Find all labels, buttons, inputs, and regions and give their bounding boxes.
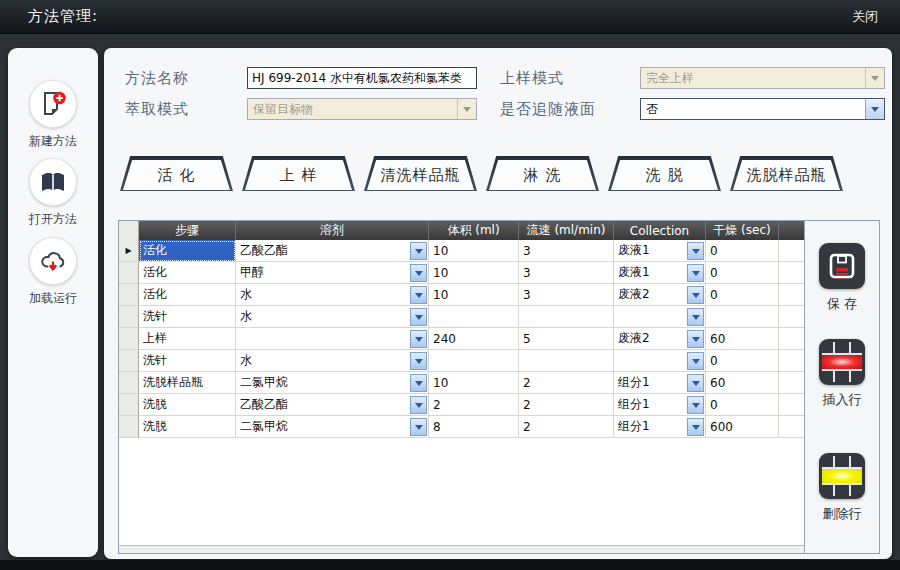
cell-collection[interactable] [614,306,706,328]
row-selector[interactable] [119,394,139,416]
cell-step[interactable]: 洗针 [139,350,236,372]
cell-speed[interactable]: 3 [519,284,614,306]
cell-solvent[interactable]: 水 [236,306,429,328]
cell-collection-text: 组分1 [618,374,650,391]
cell-volume[interactable]: 2 [429,394,519,416]
cell-solvent[interactable]: 水 [236,350,429,372]
row-selector[interactable] [119,416,139,438]
cell-volume[interactable] [429,306,519,328]
row-selector[interactable] [119,350,139,372]
cell-speed[interactable]: 2 [519,394,614,416]
cell-collection[interactable]: 废液1 [614,240,706,262]
cell-volume[interactable]: 8 [429,416,519,438]
dropdown-arrow-icon[interactable] [410,286,427,304]
cell-step[interactable]: 洗脱 [139,416,236,438]
row-selector[interactable] [119,328,139,350]
cell-dry[interactable]: 0 [706,350,779,372]
cell-solvent[interactable]: 二氯甲烷 [236,372,429,394]
row-selector[interactable]: ▶ [119,240,139,262]
cell-speed[interactable]: 2 [519,372,614,394]
cell-step[interactable]: 上样 [139,328,236,350]
dropdown-arrow-icon[interactable] [410,396,427,414]
dropdown-arrow-icon[interactable] [410,352,427,370]
dropdown-arrow-icon[interactable] [687,308,704,326]
cell-speed[interactable] [519,306,614,328]
dropdown-arrow-icon[interactable] [410,330,427,348]
cell-dry[interactable]: 0 [706,262,779,284]
cell-volume[interactable]: 10 [429,240,519,262]
dropdown-arrow-icon[interactable] [410,418,427,436]
cell-collection[interactable]: 废液2 [614,284,706,306]
dropdown-arrow-icon[interactable] [687,374,704,392]
cell-dry[interactable] [706,306,779,328]
row-selector[interactable] [119,284,139,306]
tab-step-4[interactable]: 淋 洗 [486,156,599,191]
action-button-delete-row[interactable]: 删除行 [819,453,865,523]
cell-volume[interactable]: 10 [429,372,519,394]
cell-step[interactable]: 活化 [139,262,236,284]
cell-speed[interactable]: 3 [519,240,614,262]
cell-dry[interactable]: 0 [706,240,779,262]
sidebar-button-open-method[interactable]: 打开方法 [8,158,98,228]
dropdown-arrow-icon[interactable] [687,330,704,348]
cell-step[interactable]: 活化 [139,240,236,262]
action-button-save[interactable]: 保 存 [819,243,865,313]
cell-speed[interactable]: 5 [519,328,614,350]
cell-volume[interactable]: 10 [429,262,519,284]
tab-step-5[interactable]: 洗 脱 [608,156,721,191]
cell-step[interactable]: 洗针 [139,306,236,328]
cell-volume[interactable] [429,350,519,372]
cell-solvent[interactable]: 乙酸乙酯 [236,240,429,262]
cell-speed[interactable]: 3 [519,262,614,284]
cell-volume[interactable]: 240 [429,328,519,350]
sidebar-button-load-run[interactable]: 加载运行 [8,237,98,307]
sidebar-button-new-method[interactable]: 新建方法 [8,80,98,150]
cell-solvent[interactable]: 甲醇 [236,262,429,284]
row-selector[interactable] [119,372,139,394]
tab-step-3[interactable]: 清洗样品瓶 [364,156,477,191]
cell-collection[interactable]: 组分1 [614,416,706,438]
cell-solvent[interactable] [236,328,429,350]
dropdown-arrow-icon[interactable] [687,418,704,436]
cell-dry[interactable]: 600 [706,416,779,438]
cell-step[interactable]: 洗脱样品瓶 [139,372,236,394]
cell-speed[interactable]: 2 [519,416,614,438]
dropdown-arrow-icon[interactable] [410,242,427,260]
tab-step-6[interactable]: 洗脱样品瓶 [730,156,843,191]
cell-collection[interactable] [614,350,706,372]
cell-dry[interactable]: 60 [706,328,779,350]
row-selector[interactable] [119,262,139,284]
cell-step[interactable]: 洗脱 [139,394,236,416]
cell-solvent-text: 乙酸乙酯 [240,242,288,259]
follow-level-select[interactable]: 否 [640,98,885,120]
cell-dry[interactable]: 60 [706,372,779,394]
cell-solvent[interactable]: 二氯甲烷 [236,416,429,438]
cell-solvent[interactable]: 乙酸乙酯 [236,394,429,416]
table-actions-panel: 保 存插入行删除行 [805,221,879,553]
dropdown-arrow-icon[interactable] [687,396,704,414]
dropdown-arrow-icon[interactable] [410,308,427,326]
dropdown-arrow-icon[interactable] [687,264,704,282]
cell-collection[interactable]: 废液1 [614,262,706,284]
cell-solvent[interactable]: 水 [236,284,429,306]
cell-step[interactable]: 活化 [139,284,236,306]
cell-collection[interactable]: 组分1 [614,394,706,416]
action-button-insert-row[interactable]: 插入行 [819,339,865,409]
method-name-input[interactable] [247,67,477,89]
dropdown-arrow-icon[interactable] [410,374,427,392]
cell-dry[interactable]: 0 [706,394,779,416]
cell-volume[interactable]: 10 [429,284,519,306]
cell-speed[interactable] [519,350,614,372]
dropdown-arrow-icon[interactable] [687,286,704,304]
tab-step-1[interactable]: 活 化 [120,156,233,191]
cell-dry[interactable]: 0 [706,284,779,306]
close-button[interactable]: 关闭 [852,8,878,26]
cell-collection[interactable]: 废液2 [614,328,706,350]
row-selector[interactable] [119,306,139,328]
dropdown-arrow-icon[interactable] [687,242,704,260]
dropdown-arrow-icon[interactable] [410,264,427,282]
cell-collection[interactable]: 组分1 [614,372,706,394]
tab-step-2[interactable]: 上 样 [242,156,355,191]
horizontal-scrollbar[interactable] [119,545,804,553]
dropdown-arrow-icon[interactable] [687,352,704,370]
